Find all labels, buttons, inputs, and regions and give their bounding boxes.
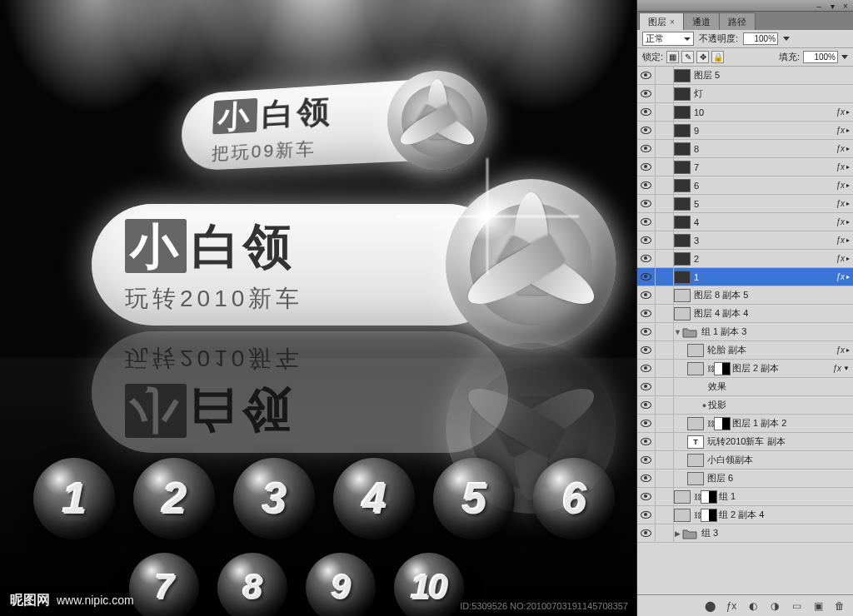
fx-arrow-icon[interactable]: ▸ xyxy=(846,108,850,116)
layer-name[interactable]: 5 xyxy=(694,199,836,209)
layer-thumbnail[interactable] xyxy=(674,161,691,174)
fx-arrow-icon[interactable]: ▸ xyxy=(846,346,850,354)
link-cell[interactable] xyxy=(656,213,674,231)
link-cell[interactable] xyxy=(656,122,674,140)
visibility-toggle[interactable] xyxy=(637,67,656,85)
visibility-toggle[interactable] xyxy=(637,231,656,250)
layer-thumbnail[interactable] xyxy=(674,106,691,119)
layer-row[interactable]: 灯 xyxy=(637,85,853,103)
chain-icon[interactable]: ⛓ xyxy=(694,493,701,501)
link-cell[interactable] xyxy=(656,378,674,396)
layer-name[interactable]: 玩转2010新车 副本 xyxy=(707,435,853,448)
layer-thumbnail[interactable] xyxy=(674,307,691,320)
fx-arrow-icon[interactable]: ▸ xyxy=(846,181,850,189)
visibility-toggle[interactable] xyxy=(637,360,656,378)
layer-name[interactable]: 10 xyxy=(694,107,836,117)
layer-row[interactable]: ●投影 xyxy=(637,396,853,415)
layer-row[interactable]: ▶组 3 xyxy=(637,524,853,543)
lock-pixels-icon[interactable]: ✎ xyxy=(681,51,694,63)
fx-badge-icon[interactable]: ƒx xyxy=(836,162,845,171)
fx-badge-icon[interactable]: ƒx xyxy=(833,364,842,373)
visibility-toggle[interactable] xyxy=(637,158,656,176)
fx-arrow-icon[interactable]: ▸ xyxy=(846,200,850,207)
fx-badge-icon[interactable]: ƒx xyxy=(836,236,845,245)
layer-row[interactable]: ⛓组 2 副本 4 xyxy=(637,506,853,524)
link-cell[interactable] xyxy=(656,85,674,103)
layer-name[interactable]: 图层 1 副本 2 xyxy=(732,417,853,430)
layer-name[interactable]: 图层 2 副本 xyxy=(732,362,833,375)
layer-name[interactable]: 9 xyxy=(694,126,836,136)
link-cell[interactable] xyxy=(656,140,674,158)
layer-name[interactable]: 投影 xyxy=(708,399,853,411)
layer-thumbnail[interactable] xyxy=(687,472,704,485)
lock-transparency-icon[interactable]: ▦ xyxy=(666,51,679,63)
layer-thumbnail[interactable] xyxy=(687,454,704,467)
link-cell[interactable] xyxy=(656,341,674,360)
link-cell[interactable] xyxy=(656,103,674,122)
lock-all-icon[interactable]: 🔒 xyxy=(711,51,724,63)
chain-icon[interactable]: ⛓ xyxy=(694,511,701,519)
layer-name[interactable]: 组 2 副本 4 xyxy=(719,509,853,521)
link-cell[interactable] xyxy=(656,433,674,451)
layer-row[interactable]: 轮胎 副本ƒx▸ xyxy=(637,341,853,360)
visibility-toggle[interactable] xyxy=(637,469,656,488)
layer-row[interactable]: 7ƒx▸ xyxy=(637,158,853,176)
visibility-toggle[interactable] xyxy=(637,323,656,341)
fx-badge-icon[interactable]: ƒx xyxy=(836,107,845,117)
fx-badge-icon[interactable]: ƒx xyxy=(836,181,845,190)
link-cell[interactable] xyxy=(656,524,674,543)
layer-name[interactable]: 1 xyxy=(694,272,836,282)
layer-row[interactable]: ⛓图层 2 副本ƒx▼ xyxy=(637,360,853,378)
visibility-toggle[interactable] xyxy=(637,195,656,213)
link-cell[interactable] xyxy=(656,396,674,415)
blend-mode-select[interactable]: 正常 xyxy=(642,32,694,46)
layer-row[interactable]: 图层 6 xyxy=(637,469,853,488)
visibility-toggle[interactable] xyxy=(637,396,656,415)
disclosure-arrow-icon[interactable]: ▼ xyxy=(674,328,681,336)
link-cell[interactable] xyxy=(656,323,674,341)
visibility-toggle[interactable] xyxy=(637,103,656,122)
fill-input[interactable]: 100% xyxy=(803,51,838,63)
link-cell[interactable] xyxy=(656,488,674,506)
layer-name[interactable]: 3 xyxy=(694,236,836,246)
trash-icon[interactable]: 🗑 xyxy=(831,599,848,614)
tab-通道[interactable]: 通道 xyxy=(683,12,720,30)
link-cell[interactable] xyxy=(656,469,674,488)
close-icon[interactable]: ▾ xyxy=(827,2,837,10)
visibility-toggle[interactable] xyxy=(637,213,656,231)
visibility-toggle[interactable] xyxy=(637,415,656,433)
fx-arrow-icon[interactable]: ▸ xyxy=(846,127,850,134)
tab-close-icon[interactable]: × xyxy=(670,17,675,27)
fx-arrow-icon[interactable]: ▸ xyxy=(846,236,850,244)
fx-arrow-icon[interactable]: ▼ xyxy=(843,365,850,372)
layer-row[interactable]: 图层 8 副本 5 xyxy=(637,286,853,305)
layer-row[interactable]: 3ƒx▸ xyxy=(637,231,853,250)
layer-row[interactable]: 5ƒx▸ xyxy=(637,195,853,213)
layer-row[interactable]: 图层 4 副本 4 xyxy=(637,305,853,323)
fx-badge-icon[interactable]: ƒx xyxy=(836,254,845,263)
fx-arrow-icon[interactable]: ▸ xyxy=(846,163,850,171)
layer-thumbnail[interactable] xyxy=(674,87,691,101)
link-cell[interactable] xyxy=(656,415,674,433)
layer-row[interactable]: 小白领副本 xyxy=(637,451,853,469)
layer-name[interactable]: 4 xyxy=(694,217,836,227)
layer-name[interactable]: 效果 xyxy=(708,380,853,393)
mask-thumbnail[interactable] xyxy=(701,509,717,522)
layer-thumbnail[interactable] xyxy=(674,197,691,211)
layer-thumbnail[interactable] xyxy=(687,362,704,375)
opacity-slider-icon[interactable] xyxy=(783,37,790,41)
fx-arrow-icon[interactable]: ▸ xyxy=(846,273,850,281)
layer-row[interactable]: ⛓组 1 xyxy=(637,488,853,506)
opacity-input[interactable]: 100% xyxy=(743,32,778,45)
adjustment-icon[interactable]: ◑ xyxy=(766,599,783,614)
visibility-toggle[interactable] xyxy=(637,140,656,158)
layer-thumbnail[interactable] xyxy=(674,179,691,192)
fx-badge-icon[interactable]: ƒx xyxy=(836,144,845,153)
layer-name[interactable]: 组 3 xyxy=(701,527,853,539)
layer-name[interactable]: 图层 6 xyxy=(707,472,853,484)
minimize-icon[interactable]: – xyxy=(814,2,824,10)
layer-name[interactable]: 7 xyxy=(694,162,836,172)
link-cell[interactable] xyxy=(656,250,674,268)
visibility-toggle[interactable] xyxy=(637,85,656,103)
link-layers-icon[interactable]: ⬤ xyxy=(701,599,718,614)
